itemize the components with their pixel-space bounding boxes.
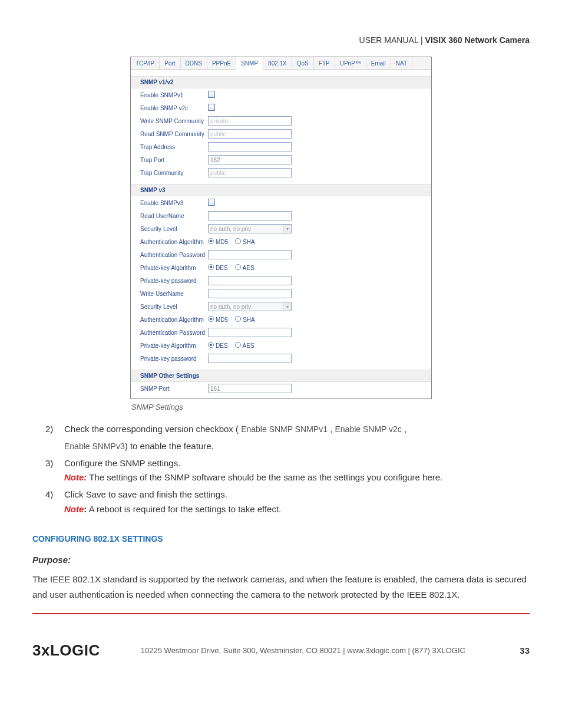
inline-ui-text: Enable SNMPv3 (64, 442, 125, 451)
input-read-community[interactable] (208, 129, 292, 139)
step-text: ) to enable the feature. (125, 441, 214, 451)
section-snmp12: SNMP v1/v2 (131, 76, 431, 88)
snmp-settings-panel: TCP/IP Port DDNS PPPoE SNMP 802.1X QoS F… (130, 57, 432, 399)
footer-divider (32, 613, 530, 614)
input-trap-community[interactable] (208, 168, 292, 177)
radio-des-read[interactable] (208, 264, 214, 270)
step-number: 3) (45, 456, 53, 471)
input-pk-password-read[interactable] (208, 276, 292, 285)
input-write-community[interactable] (208, 116, 292, 126)
input-snmp-port[interactable] (208, 384, 292, 393)
chevron-down-icon: ▾ (283, 302, 291, 311)
step-text: Configure the SNMP settings. (64, 458, 180, 468)
inline-ui-text: Enable SNMP SNMPv1 (241, 424, 328, 434)
label-pk-algo-write: Private-key Algorithm (140, 342, 208, 349)
page-footer: 3xLOGIC 10225 Westmoor Drive, Suite 300,… (32, 641, 530, 660)
select-security-level-write[interactable]: no auth, no priv▾ (208, 302, 292, 311)
label-auth-algo-read: Authentication Algorithm (140, 239, 208, 245)
radio-sha-read[interactable] (235, 238, 241, 244)
purpose-text: The IEEE 802.1X standard is supported by… (32, 572, 530, 602)
label-enable-snmpv2c: Enable SNMP v2c (140, 105, 208, 111)
section-snmpv3: SNMP v3 (131, 184, 431, 196)
label-auth-algo-write: Authentication Algorithm (140, 317, 208, 323)
label-enable-snmpv3: Enable SNMPv3 (140, 200, 208, 206)
step-2: 2) Check the corresponding version check… (32, 422, 530, 437)
tab-qos[interactable]: QoS (292, 57, 314, 70)
note-label: Note: (64, 472, 87, 482)
label-write-community: Write SNMP Community (140, 118, 208, 124)
figure-caption: SNMP Settings (130, 403, 432, 411)
step-3: 3) Configure the SNMP settings. Note: Th… (32, 456, 530, 486)
label-security-level-write: Security Level (140, 304, 208, 310)
radio-des-write[interactable] (208, 342, 214, 348)
header-title: VISIX 360 Network Camera (425, 35, 530, 45)
tab-pppoe[interactable]: PPPoE (207, 57, 236, 70)
input-pk-password-write[interactable] (208, 354, 292, 363)
step-number: 4) (45, 487, 53, 502)
step-4: 4) Click Save to save and finish the set… (32, 487, 530, 517)
select-value: no auth, no priv (210, 226, 251, 232)
tab-nat[interactable]: NAT (391, 57, 412, 70)
radio-aes-read[interactable] (235, 264, 241, 270)
section-heading-8021x: CONFIGURING 802.1X SETTINGS (32, 532, 530, 546)
label-auth-password-write: Authentication Password (140, 330, 208, 336)
document-body: 2) Check the corresponding version check… (32, 422, 530, 602)
step-2-continued: Enable SNMPv3) to enable the feature. (32, 439, 530, 454)
select-security-level-read[interactable]: no auth, no priv▾ (208, 224, 292, 233)
label-trap-community: Trap Community (140, 170, 208, 176)
input-trap-address[interactable] (208, 142, 292, 151)
label-auth-password-read: Authentication Password (140, 252, 208, 258)
radio-sha-label: SHA (243, 317, 255, 323)
tab-bar: TCP/IP Port DDNS PPPoE SNMP 802.1X QoS F… (131, 57, 431, 70)
checkbox-enable-snmpv3[interactable] (208, 199, 215, 206)
label-trap-port: Trap Port (140, 157, 208, 163)
radio-aes-write[interactable] (235, 342, 241, 348)
tab-port[interactable]: Port (160, 57, 180, 70)
tab-ftp[interactable]: FTP (314, 57, 335, 70)
input-write-username[interactable] (208, 289, 292, 298)
tab-upnp[interactable]: UPnP™ (335, 57, 366, 70)
label-pk-password-read: Private-key password (140, 278, 208, 284)
radio-sha-label: SHA (243, 239, 255, 245)
tab-ddns[interactable]: DDNS (181, 57, 207, 70)
tab-tcpip[interactable]: TCP/IP (131, 57, 160, 70)
radio-des-label: DES (216, 342, 228, 349)
note-text: A reboot is required for the settings to… (87, 504, 281, 514)
page-header: USER MANUAL | VISIX 360 Network Camera (32, 35, 530, 45)
label-pk-password-write: Private-key password (140, 355, 208, 362)
label-read-community: Read SNMP Community (140, 131, 208, 137)
input-read-username[interactable] (208, 211, 292, 220)
tab-8021x[interactable]: 802.1X (263, 57, 292, 70)
input-auth-password-write[interactable] (208, 328, 292, 337)
input-trap-port[interactable] (208, 155, 292, 164)
step-number: 2) (45, 422, 53, 437)
step-text: Click Save to save and finish the settin… (64, 489, 227, 499)
select-value: no auth, no priv (210, 304, 251, 310)
label-security-level-read: Security Level (140, 226, 208, 232)
label-enable-snmpv1: Enable SNMPv1 (140, 92, 208, 98)
chevron-down-icon: ▾ (283, 225, 291, 233)
input-auth-password-read[interactable] (208, 250, 292, 259)
purpose-label: Purpose: (32, 553, 530, 568)
note-text: The settings of the SNMP software should… (87, 472, 442, 482)
radio-md5-write[interactable] (208, 316, 214, 322)
checkbox-enable-snmpv1[interactable] (208, 91, 215, 98)
tab-snmp[interactable]: SNMP (236, 57, 263, 70)
checkbox-enable-snmpv2c[interactable] (208, 104, 215, 111)
radio-sha-write[interactable] (235, 316, 241, 322)
step-text: Check the corresponding version checkbox… (64, 424, 241, 434)
radio-aes-label: AES (243, 342, 254, 349)
inline-ui-text: Enable SNMP v2c (335, 424, 401, 434)
page-number: 33 (506, 645, 530, 655)
footer-address: 10225 Westmoor Drive, Suite 300, Westmin… (100, 646, 506, 655)
logo: 3xLOGIC (32, 641, 100, 660)
label-pk-algo-read: Private-key Algorithm (140, 265, 208, 271)
header-prefix: USER MANUAL | (359, 35, 425, 45)
label-trap-address: Trap Address (140, 144, 208, 150)
label-snmp-port: SNMP Port (140, 386, 208, 392)
radio-des-label: DES (216, 265, 228, 271)
label-write-username: Write UserName (140, 291, 208, 297)
radio-md5-read[interactable] (208, 238, 214, 244)
radio-md5-label: MD5 (216, 317, 228, 323)
tab-email[interactable]: Email (366, 57, 391, 70)
